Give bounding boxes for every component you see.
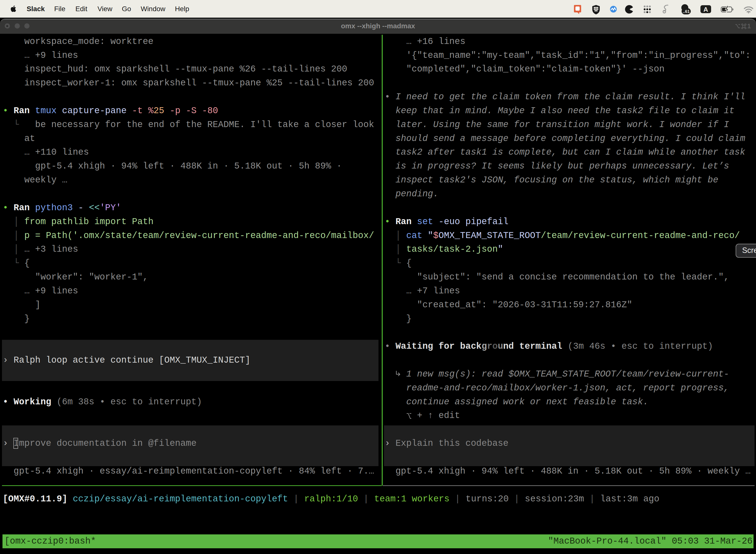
svg-text:..61: ..61 — [683, 9, 690, 14]
svg-text:A: A — [703, 6, 708, 13]
